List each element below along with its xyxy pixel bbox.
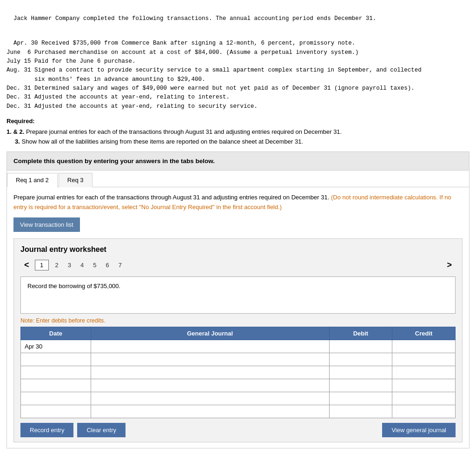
col-gj: General Journal <box>91 327 329 340</box>
intro-text-main: Jack Hammer Company completed the follow… <box>13 15 376 22</box>
table-cell-date <box>21 366 91 379</box>
table-cell-date <box>21 379 91 392</box>
page-2-label: 2 <box>55 262 59 269</box>
date-input-2[interactable] <box>25 369 87 376</box>
nav-left-icon: < <box>24 260 29 270</box>
col-debit: Debit <box>329 327 392 340</box>
table-cell-debit <box>329 405 392 418</box>
instruction-text: Prepare journal entries for each of the … <box>13 193 463 212</box>
clear-entry-label: Clear entry <box>86 427 116 434</box>
table-cell-credit <box>392 353 456 366</box>
intro-paragraph: Jack Hammer Company completed the follow… <box>7 6 469 24</box>
gj-input-3[interactable] <box>95 382 325 389</box>
date-input-1[interactable] <box>25 356 87 363</box>
gj-input-5[interactable] <box>95 408 325 415</box>
table-cell-gj <box>91 340 329 353</box>
gj-input-1[interactable] <box>95 356 325 363</box>
table-cell-debit <box>329 392 392 405</box>
table-cell-gj <box>91 392 329 405</box>
page-3[interactable]: 3 <box>63 260 76 270</box>
page-7[interactable]: 7 <box>114 260 126 270</box>
tabs-row: Req 1 and 2 Req 3 <box>7 171 469 187</box>
view-general-journal-button[interactable]: View general journal <box>382 423 456 437</box>
page-1-label: 1 <box>40 262 43 269</box>
debit-input-1[interactable] <box>333 356 389 363</box>
table-cell-debit <box>329 366 392 379</box>
record-entry-button[interactable]: Record entry <box>20 423 73 437</box>
col-gj-label: General Journal <box>187 330 233 337</box>
journal-table: Date General Journal Debit Credit <box>20 327 456 418</box>
table-cell-gj <box>91 353 329 366</box>
view-general-journal-label: View general journal <box>391 427 446 434</box>
table-row <box>21 392 456 405</box>
date-input-4[interactable] <box>25 395 87 402</box>
gj-input-0[interactable] <box>95 343 325 350</box>
worksheet-title: Journal entry worksheet <box>20 245 456 254</box>
note-text: Note: Enter debits before credits. <box>20 317 456 324</box>
page-7-label: 7 <box>119 262 122 269</box>
record-entry-label: Record entry <box>30 427 64 434</box>
tabs-container: Req 1 and 2 Req 3 Prepare journal entrie… <box>7 171 469 449</box>
table-cell-date <box>21 353 91 366</box>
table-cell-credit <box>392 340 456 353</box>
required-item-3: 3. Show how all of the liabilities arisi… <box>7 137 469 147</box>
view-transaction-button[interactable]: View transaction list <box>13 217 80 232</box>
page-4[interactable]: 4 <box>76 260 88 270</box>
debit-input-2[interactable] <box>333 369 389 376</box>
page-6[interactable]: 6 <box>101 260 113 270</box>
table-cell-credit <box>392 366 456 379</box>
table-row <box>21 379 456 392</box>
table-cell-debit <box>329 340 392 353</box>
col-credit-label: Credit <box>415 330 433 337</box>
credit-input-3[interactable] <box>396 382 451 389</box>
page-6-label: 6 <box>106 262 109 269</box>
date-input-0[interactable] <box>25 343 87 350</box>
credit-input-0[interactable] <box>396 343 451 350</box>
date-input-5[interactable] <box>25 408 87 415</box>
tab-req-1-2[interactable]: Req 1 and 2 <box>7 173 58 187</box>
page-2[interactable]: 2 <box>51 260 63 270</box>
nav-next-button[interactable]: > <box>443 259 456 271</box>
table-cell-credit <box>392 392 456 405</box>
table-cell-date <box>21 392 91 405</box>
credit-input-5[interactable] <box>396 408 451 415</box>
complete-box: Complete this question by entering your … <box>7 151 469 171</box>
instruction-main: Prepare journal entries for each of the … <box>13 194 329 201</box>
table-cell-gj <box>91 366 329 379</box>
tab-req-3-label: Req 3 <box>67 177 84 184</box>
required-item-1: 1. & 2. Prepare journal entries for each… <box>7 127 469 137</box>
debit-input-5[interactable] <box>333 408 389 415</box>
page-1[interactable]: 1 <box>35 260 49 270</box>
tab-req-3[interactable]: Req 3 <box>59 173 93 187</box>
required-items: 1. & 2. Prepare journal entries for each… <box>7 127 469 147</box>
credit-input-2[interactable] <box>396 369 451 376</box>
table-cell-date <box>21 405 91 418</box>
entry-description-box: Record the borrowing of $735,000. <box>20 276 456 314</box>
debit-input-0[interactable] <box>333 343 389 350</box>
view-transaction-label: View transaction list <box>20 221 73 228</box>
gj-input-4[interactable] <box>95 395 325 402</box>
debit-input-4[interactable] <box>333 395 389 402</box>
date-input-3[interactable] <box>25 382 87 389</box>
page-4-label: 4 <box>80 262 84 269</box>
credit-input-4[interactable] <box>396 395 451 402</box>
action-buttons-row: Record entry Clear entry View general jo… <box>20 418 456 442</box>
nav-prev-button[interactable]: < <box>20 259 33 271</box>
clear-entry-button[interactable]: Clear entry <box>77 423 126 437</box>
col-date: Date <box>21 327 91 340</box>
entry-description-text: Record the borrowing of $735,000. <box>27 283 120 290</box>
credit-input-1[interactable] <box>396 356 451 363</box>
transactions-text: Apr. 30 Received $735,000 from Commerce … <box>7 30 469 111</box>
table-cell-credit <box>392 379 456 392</box>
table-row <box>21 405 456 418</box>
gj-input-2[interactable] <box>95 369 325 376</box>
tab-req-1-2-label: Req 1 and 2 <box>16 177 49 184</box>
table-row <box>21 353 456 366</box>
debit-input-3[interactable] <box>333 382 389 389</box>
table-cell-date <box>21 340 91 353</box>
page-5[interactable]: 5 <box>88 260 101 270</box>
transactions-detail: Apr. 30 Received $735,000 from Commerce … <box>7 40 422 110</box>
worksheet-box: Journal entry worksheet < 1 2 3 4 <box>13 238 463 442</box>
page-5-label: 5 <box>93 262 96 269</box>
required-label: Required: <box>7 118 469 125</box>
